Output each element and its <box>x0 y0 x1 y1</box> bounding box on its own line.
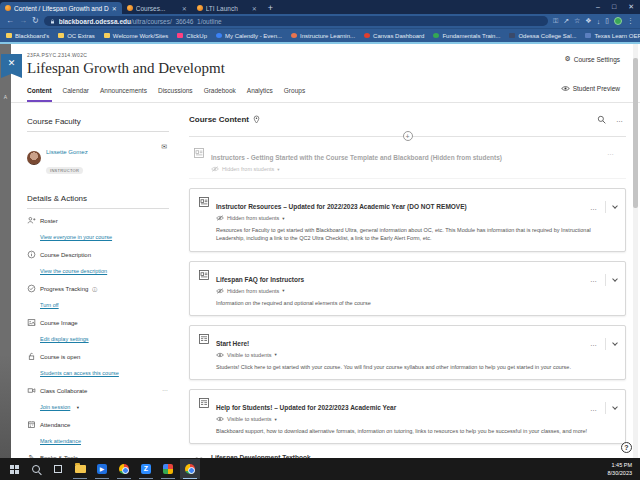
tab-content[interactable]: Content <box>27 87 52 102</box>
tab-groups[interactable]: Groups <box>284 87 305 102</box>
content-item-ghost[interactable]: Instructors - Getting Started with the C… <box>189 143 626 179</box>
bookmark-item[interactable]: OC Extras <box>58 33 95 39</box>
item-menu-icon[interactable]: … <box>590 405 605 412</box>
bookmark-item[interactable]: My Calendly - Even... <box>216 33 282 39</box>
tab-close-icon[interactable]: ✕ <box>112 5 117 12</box>
forward-button[interactable]: → <box>19 14 27 28</box>
password-key-icon[interactable]: ⚿ <box>553 17 558 25</box>
scrollbar-thumb[interactable] <box>633 58 638 208</box>
browser-tab-lti[interactable]: LTI Launch ✕ <box>192 2 262 14</box>
page-scrollbar[interactable] <box>633 44 638 458</box>
bookmark-item[interactable]: Blackboard's <box>6 33 49 39</box>
collaborate-menu-icon[interactable]: … <box>162 386 169 392</box>
back-button[interactable]: ← <box>6 14 14 28</box>
extensions-icon[interactable]: ❖ <box>585 17 591 25</box>
bookmark-item[interactable]: Canvas Dashboard <box>364 33 424 39</box>
join-session-link[interactable]: Join session <box>40 404 70 410</box>
caret-down-icon[interactable]: ▾ <box>77 405 79 410</box>
file-explorer-button[interactable] <box>70 459 90 479</box>
detail-course-open: Course is open Students can access this … <box>27 352 169 379</box>
bookmark-item[interactable]: Welcome Work/Sites <box>104 33 168 39</box>
browser-menu-icon[interactable]: ⋮ <box>627 17 634 25</box>
expand-chevron[interactable] <box>605 201 617 213</box>
instructor-avatar[interactable] <box>27 151 41 165</box>
bookmark-item[interactable]: ClickUp <box>177 33 207 39</box>
tab-gradebook[interactable]: Gradebook <box>204 87 236 102</box>
bookmark-star-icon[interactable]: ☆ <box>574 17 580 25</box>
taskbar-search-button[interactable] <box>26 459 46 479</box>
content-item-card[interactable]: Lifespan FAQ for Instructors Hidden from… <box>189 261 626 316</box>
browser-tab-active[interactable]: Content / Lifespan Growth and D ✕ <box>0 2 122 14</box>
content-item-partial[interactable]: Lifespan Development Textbook <box>189 444 626 458</box>
content-item-card[interactable]: Help for Students! – Updated for 2022/20… <box>189 389 626 444</box>
info-tooltip-icon[interactable]: ⓘ <box>92 286 97 292</box>
tab-close-icon[interactable]: ✕ <box>182 5 187 12</box>
bookmark-item[interactable]: Instructure Learnin... <box>291 33 355 39</box>
start-button[interactable] <box>4 459 24 479</box>
help-button[interactable]: ? <box>621 442 632 453</box>
task-view-button[interactable] <box>48 459 68 479</box>
content-item-title[interactable]: Instructor Resources – Updated for 2022/… <box>216 203 467 210</box>
media-app-button[interactable]: ▶ <box>92 459 112 479</box>
visibility-row[interactable]: Hidden from students ▾ <box>211 166 622 172</box>
address-bar[interactable]: blackboard.odessa.edu/ultra/courses/_366… <box>44 16 548 26</box>
instructor-name[interactable]: Lissette Gomez <box>46 149 88 155</box>
content-item-title[interactable]: Lifespan FAQ for Instructors <box>216 276 304 283</box>
attendance-link[interactable]: Mark attendance <box>40 438 81 444</box>
tab-close-icon[interactable]: ✕ <box>252 5 257 12</box>
item-menu-icon[interactable]: … <box>607 149 622 156</box>
add-content-button[interactable]: + <box>403 131 413 141</box>
detail-course-description: Course Description View the course descr… <box>27 250 169 277</box>
maximize-button[interactable]: □ <box>606 0 622 14</box>
expand-chevron[interactable] <box>605 338 617 350</box>
student-preview-button[interactable]: Student Preview <box>561 85 620 92</box>
visibility-row[interactable]: Hidden from students ▾ <box>216 215 617 221</box>
photos-app-button[interactable] <box>158 459 178 479</box>
close-window-button[interactable]: ✕ <box>622 0 640 14</box>
item-menu-icon[interactable]: … <box>590 276 605 283</box>
content-item-title[interactable]: Start Here! <box>216 340 249 347</box>
browser-tab-courses[interactable]: Courses... ✕ <box>122 2 192 14</box>
content-item-card[interactable]: Start Here! Visible to students ▾ Studen… <box>189 325 626 380</box>
chrome-button[interactable] <box>114 459 134 479</box>
bookmark-item[interactable]: Fundamentals Train... <box>433 33 500 39</box>
content-item-card[interactable]: Instructor Resources – Updated for 2022/… <box>189 188 626 252</box>
content-menu-icon[interactable]: … <box>616 116 624 123</box>
minimize-button[interactable]: – <box>590 0 606 14</box>
course-description-link[interactable]: View the course description <box>40 268 107 274</box>
tab-analytics[interactable]: Analytics <box>247 87 273 102</box>
tab-calendar[interactable]: Calendar <box>63 87 89 102</box>
share-icon[interactable]: ↗ <box>563 17 569 25</box>
visibility-row[interactable]: Visible to students ▾ <box>216 416 617 422</box>
item-menu-icon[interactable]: … <box>590 340 605 347</box>
refresh-button[interactable]: ↻ <box>32 14 39 28</box>
content-item-title[interactable]: Help for Students! – Updated for 2022/20… <box>216 404 396 411</box>
chrome-active-button[interactable] <box>180 459 200 479</box>
tab-announcements[interactable]: Announcements <box>100 87 147 102</box>
tab-discussions[interactable]: Discussions <box>158 87 193 102</box>
profile-avatar[interactable] <box>614 17 622 25</box>
side-panel-icon[interactable]: ▯ <box>605 17 609 25</box>
visibility-row[interactable]: Visible to students ▾ <box>216 352 617 358</box>
zoom-app-button[interactable]: Z <box>136 459 156 479</box>
bookmark-item[interactable]: Odessa College Sal... <box>509 33 576 39</box>
item-menu-icon[interactable]: … <box>590 204 605 211</box>
progress-tracking-link[interactable]: Turn off <box>40 302 59 308</box>
message-icon[interactable]: ✉ <box>161 143 167 151</box>
folder-icon <box>104 33 110 38</box>
expand-chevron[interactable] <box>605 402 617 414</box>
canvas-icon <box>364 33 370 38</box>
content-item-title[interactable]: Instructors - Getting Started with the C… <box>211 154 502 161</box>
course-open-link[interactable]: Students can access this course <box>40 370 119 376</box>
search-icon[interactable] <box>597 115 606 124</box>
course-settings-button[interactable]: ⚙ Course Settings <box>564 55 620 63</box>
roster-link[interactable]: View everyone in your course <box>40 234 112 240</box>
downloads-icon[interactable]: ↓ <box>597 18 601 25</box>
caret-down-icon: ▾ <box>282 216 284 221</box>
course-image-link[interactable]: Edit display settings <box>40 336 89 342</box>
new-tab-button[interactable]: + <box>262 2 279 14</box>
visibility-row[interactable]: Hidden from students ▾ <box>216 288 617 294</box>
bookmark-item[interactable]: Texas Learn OER <box>585 33 640 39</box>
expand-chevron[interactable] <box>605 274 617 286</box>
taskbar-clock[interactable]: 1:45 PM 8/30/2023 <box>608 461 636 478</box>
